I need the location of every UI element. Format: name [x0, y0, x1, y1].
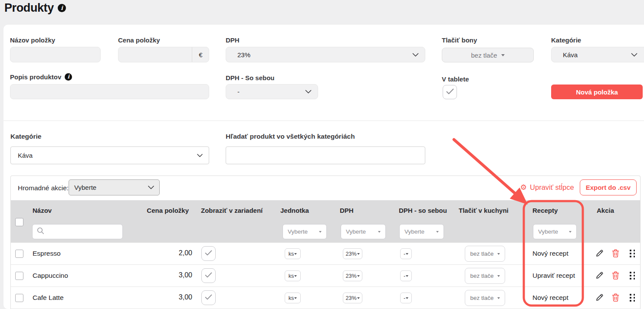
kitchen-print-value: bez tlače — [470, 250, 493, 257]
item-name-label: Názov položky — [10, 36, 55, 44]
drag-handle-icon[interactable] — [630, 250, 635, 257]
item-price-label: Cena položky — [118, 36, 160, 44]
recipe-link[interactable]: Nový recept — [532, 294, 568, 302]
new-item-button[interactable]: Nová položka — [551, 85, 643, 99]
products-card: Názov položky Cena položky € DPH 23% Tla… — [3, 25, 644, 309]
category-top-value: Káva — [563, 51, 578, 59]
dph-takeaway-dropdown[interactable]: - — [400, 270, 412, 281]
checkmark-icon — [205, 250, 212, 257]
currency-suffix: € — [192, 47, 209, 62]
row-checkbox[interactable] — [15, 250, 23, 258]
dph-dropdown[interactable]: 23% — [343, 293, 362, 303]
dph-takeaway-select[interactable]: - — [226, 84, 318, 99]
bulk-actions-label: Hromadné akcie: — [18, 184, 69, 192]
dph-takeaway-filter-select[interactable]: Vyberte — [399, 224, 444, 239]
drag-handle-icon[interactable] — [630, 272, 635, 280]
unit-filter-value: Vyberte — [288, 228, 308, 235]
chevron-down-icon — [148, 185, 154, 189]
dph-takeaway-dropdown[interactable]: - — [400, 293, 412, 303]
print-bons-select[interactable]: bez tlače — [442, 48, 534, 62]
checkmark-icon — [205, 272, 212, 280]
table-row: Cappuccino 3,00 ks 23% - bez tlače Uprav… — [11, 265, 640, 287]
bulk-actions-select[interactable]: Vyberte — [69, 179, 160, 195]
drag-handle-icon[interactable] — [630, 294, 635, 302]
print-bons-label: Tlačiť bony — [442, 36, 477, 44]
in-tablet-checkbox[interactable] — [443, 85, 457, 99]
kitchen-print-value: bez tlače — [470, 273, 493, 279]
col-header-dph-takeaway: DPH - so sebou — [399, 207, 447, 214]
export-csv-button[interactable]: Export do .csv — [580, 179, 637, 195]
kitchen-print-dropdown[interactable]: bez tlače — [465, 268, 505, 284]
dph-value: 23% — [345, 295, 356, 301]
table-row: Espresso 2,00 ks 23% - bez tlače Nový re… — [11, 243, 640, 265]
name-filter-searchbox[interactable] — [32, 224, 123, 239]
info-icon[interactable]: i — [58, 4, 66, 12]
category-section-select[interactable]: Káva — [10, 146, 209, 164]
chevron-down-icon — [412, 53, 419, 57]
product-desc-label-text: Popis produktov — [10, 73, 61, 81]
product-desc-label: Popis produktov i — [10, 73, 72, 81]
triangle-down-icon — [357, 275, 360, 277]
unit-value: ks — [289, 295, 294, 301]
dph-takeaway-value: - — [404, 295, 405, 301]
info-icon[interactable]: i — [65, 73, 72, 81]
dph-select-value: 23% — [237, 51, 250, 59]
checkmark-icon — [205, 294, 212, 302]
product-name: Cafe Latte — [33, 294, 64, 302]
unit-dropdown[interactable]: ks — [285, 293, 301, 303]
dph-takeaway-filter-value: Vyberte — [404, 228, 424, 235]
unit-dropdown[interactable]: ks — [285, 270, 301, 281]
dph-dropdown[interactable]: 23% — [343, 248, 362, 259]
unit-dropdown[interactable]: ks — [285, 248, 301, 259]
edit-button[interactable] — [595, 293, 604, 303]
dph-filter-select[interactable]: Vyberte — [341, 224, 386, 239]
dph-select[interactable]: 23% — [226, 47, 425, 62]
select-all-checkbox[interactable] — [15, 218, 23, 226]
dph-takeaway-label: DPH - So sebou — [226, 74, 275, 81]
pencil-icon — [595, 253, 604, 259]
kitchen-print-dropdown[interactable]: bez tlače — [465, 290, 505, 306]
search-icon — [37, 227, 44, 236]
edit-columns-link[interactable]: ⚙ Upraviť stĺpce — [520, 183, 574, 192]
col-header-dph: DPH — [340, 207, 354, 214]
unit-value: ks — [289, 251, 294, 257]
category-top-select[interactable]: Káva — [551, 47, 644, 62]
item-name-input[interactable] — [10, 47, 101, 62]
dph-value: 23% — [345, 273, 356, 279]
kitchen-print-value: bez tlače — [470, 295, 493, 301]
dph-takeaway-value: - — [404, 251, 405, 257]
product-name: Cappuccino — [33, 272, 68, 280]
triangle-down-icon — [357, 297, 360, 299]
unit-filter-select[interactable]: Vyberte — [283, 224, 327, 239]
row-checkbox[interactable] — [15, 294, 23, 302]
dph-dropdown[interactable]: 23% — [343, 270, 362, 281]
show-on-device-toggle[interactable] — [201, 246, 216, 261]
recipe-link[interactable]: Upraviť recept — [532, 272, 575, 280]
delete-button[interactable] — [611, 249, 620, 259]
delete-button[interactable] — [611, 271, 620, 281]
dph-takeaway-dropdown[interactable]: - — [400, 248, 412, 259]
trash-icon — [611, 253, 620, 259]
dph-filter-value: Vyberte — [346, 228, 366, 235]
delete-button[interactable] — [611, 293, 620, 303]
show-on-device-toggle[interactable] — [201, 268, 216, 283]
edit-button[interactable] — [595, 271, 604, 281]
edit-button[interactable] — [595, 249, 604, 259]
show-on-device-toggle[interactable] — [201, 290, 216, 305]
item-price-field: € — [118, 47, 209, 62]
kitchen-print-dropdown[interactable]: bez tlače — [465, 246, 505, 262]
table-rows: Espresso 2,00 ks 23% - bez tlače Nový re… — [11, 243, 640, 309]
product-name: Espresso — [33, 250, 61, 257]
search-products-input[interactable] — [226, 146, 425, 164]
product-price: 3,00 — [145, 293, 192, 301]
unit-value: ks — [289, 273, 294, 279]
row-checkbox[interactable] — [15, 272, 23, 280]
product-desc-input[interactable] — [10, 84, 209, 99]
bulk-actions-value: Vyberte — [74, 184, 96, 191]
col-header-kitchen-print: Tlačiť v kuchyni — [459, 207, 509, 214]
recipe-link[interactable]: Nový recept — [532, 250, 568, 257]
trash-icon — [611, 275, 620, 281]
triangle-down-icon — [406, 275, 408, 277]
name-filter-input[interactable] — [48, 228, 118, 235]
recipes-filter-select[interactable]: Vyberte — [533, 224, 577, 239]
